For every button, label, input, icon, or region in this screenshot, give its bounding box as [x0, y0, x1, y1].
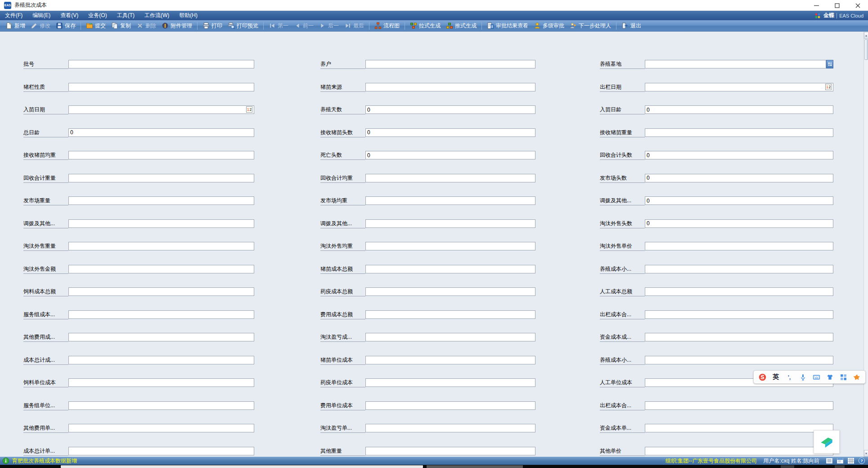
field-row: 资金成本单...: [0, 424, 864, 433]
submit-icon: [86, 22, 93, 29]
field-label: 调拨及其他...: [600, 196, 645, 205]
svg-text:1: 1: [826, 85, 828, 89]
field-row: 养殖成本小...: [0, 356, 864, 365]
vertical-scrollbar[interactable]: ▲ ▼: [864, 32, 868, 457]
field-input[interactable]: [645, 196, 833, 205]
field-label: 养殖成本小...: [600, 265, 645, 274]
toolbar-button-approval-result[interactable]: 审批结果查看: [484, 21, 531, 31]
toolbar-button-label: 提交: [95, 22, 106, 30]
menu-item[interactable]: 文件(F): [0, 11, 27, 20]
menu-item[interactable]: 帮助(H): [174, 11, 202, 20]
field-input[interactable]: [645, 219, 833, 228]
field-input[interactable]: [645, 287, 833, 296]
toolbar-button-copy[interactable]: 复制: [108, 21, 134, 31]
field-input[interactable]: [645, 356, 833, 364]
toolbar-button-label: 删除: [145, 22, 156, 30]
form-icon[interactable]: [837, 457, 844, 464]
window-title: 养殖批次成本: [14, 1, 47, 9]
field-input[interactable]: [645, 424, 833, 432]
field-input[interactable]: [645, 447, 833, 455]
field-input[interactable]: [645, 128, 833, 137]
toolbar-button-nav-last: 最后: [342, 21, 367, 31]
lang-indicator-label: 英: [773, 373, 779, 381]
nav-first-icon: [269, 22, 276, 29]
field-input[interactable]: [645, 105, 833, 114]
toolbox-icon[interactable]: [838, 372, 848, 382]
maximize-button[interactable]: [827, 0, 847, 11]
lang-indicator[interactable]: 英: [771, 372, 781, 382]
toolbar-button-generate-pull[interactable]: 拉式生成: [407, 21, 443, 31]
calendar-icon[interactable]: 12: [825, 84, 832, 91]
toolbar-button-multi-approval[interactable]: 多级审批: [531, 21, 567, 31]
menu-item[interactable]: 业务(O): [83, 11, 112, 20]
minimize-button[interactable]: [806, 0, 827, 11]
toolbar-button-label: 前一: [303, 22, 314, 30]
toolbar-button-print-preview[interactable]: 打印预览: [225, 21, 261, 31]
skin-icon[interactable]: [825, 372, 835, 382]
exit-icon: [621, 22, 629, 29]
toolbar-button-exit[interactable]: 退出: [619, 21, 644, 31]
floating-widget[interactable]: [814, 430, 840, 454]
mic-icon[interactable]: [798, 372, 808, 382]
field-row: 接收猪苗重量: [0, 128, 864, 137]
menu-items: 文件(F)编辑(E)查看(V)业务(O)工具(T)工作流(W)帮助(H): [0, 11, 202, 20]
field-row: 出栏成本合...: [0, 401, 864, 410]
punctuation-indicator[interactable]: ',: [784, 372, 794, 382]
kingdee-logo-icon: [814, 12, 821, 19]
field-input[interactable]: [645, 310, 833, 319]
taskbar-strip: [0, 465, 868, 468]
toolbar-button-submit[interactable]: 提交: [83, 21, 108, 31]
toolbar-button-save-disk[interactable]: 保存: [53, 21, 78, 31]
print-preview-icon: [228, 22, 235, 29]
status-user: 用户名:cxq 姓名:陈向前: [763, 457, 819, 465]
toolbar-button-new-doc[interactable]: 新增: [3, 21, 28, 31]
list-icon[interactable]: [826, 457, 833, 464]
close-button[interactable]: [847, 0, 868, 11]
field-input[interactable]: [645, 174, 833, 182]
toolbar-button-attachment[interactable]: 附件管理: [159, 21, 195, 31]
field-input[interactable]: [645, 333, 833, 341]
delete-x-icon: [136, 22, 144, 29]
field-row: 养殖成本小...: [0, 265, 864, 274]
menu-item[interactable]: 工具(T): [112, 11, 139, 20]
scroll-down-icon[interactable]: ▼: [864, 450, 868, 457]
menu-item[interactable]: 查看(V): [55, 11, 83, 20]
field-input[interactable]: [645, 83, 833, 91]
toolbar-button-delete-x: 删除: [134, 21, 159, 31]
floating-widget-logo-icon: [818, 433, 835, 450]
toolbar-button-generate-push[interactable]: 推式生成: [443, 21, 479, 31]
field-input[interactable]: [645, 60, 826, 68]
new-doc-icon: [5, 22, 13, 29]
favorite-icon[interactable]: [852, 372, 862, 382]
multi-approval-icon: [534, 22, 541, 29]
generate-pull-icon: [410, 22, 417, 29]
scrollbar-thumb[interactable]: [864, 39, 868, 60]
toolbar-button-flowchart[interactable]: 流程图: [372, 21, 402, 31]
sogou-logo-icon[interactable]: [757, 372, 767, 382]
keyboard-icon[interactable]: [811, 372, 821, 382]
help-icon[interactable]: ?: [858, 457, 865, 464]
field-input[interactable]: [645, 401, 833, 410]
field-row: 淘汰外售头数: [0, 219, 864, 228]
grid-icon[interactable]: [847, 457, 855, 464]
field-input[interactable]: [645, 242, 833, 250]
scroll-up-icon[interactable]: ▲: [864, 32, 868, 39]
info-icon: [2, 457, 9, 464]
printer-icon: [202, 22, 210, 29]
toolbar-button-label: 新增: [14, 22, 25, 30]
field-label: 发市场头数: [600, 174, 645, 183]
app-icon: EAS: [4, 2, 11, 9]
form-area: 批号猪栏性质入苗日期12总日龄接收猪苗均重回收合计重量发市场重量调拨及其他...…: [0, 32, 864, 457]
menu-item[interactable]: 工作流(W): [139, 11, 174, 20]
field-input[interactable]: [645, 151, 833, 159]
toolbar-button-next-handler[interactable]: 下一步处理人: [567, 21, 614, 31]
toolbar-button-label: 流程图: [383, 22, 400, 30]
field-label: 资金成本单...: [600, 424, 645, 433]
field-input[interactable]: [645, 265, 833, 273]
lookup-button[interactable]: [826, 60, 833, 68]
taskbar-segment: [427, 465, 523, 468]
menu-item[interactable]: 编辑(E): [27, 11, 55, 20]
toolbar-button-printer[interactable]: 打印: [200, 21, 225, 31]
attachment-icon: [162, 22, 169, 29]
toolbar-separator: [405, 22, 405, 30]
